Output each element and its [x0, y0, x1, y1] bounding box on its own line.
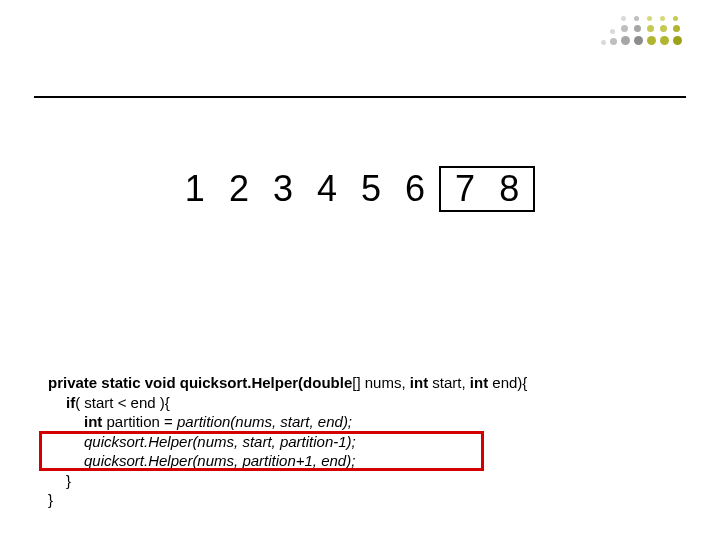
dot-icon — [660, 16, 665, 21]
code-line-partition-decl: int partition = partition(nums, start, e… — [48, 412, 527, 432]
dot-icon — [634, 36, 643, 45]
dot-icon — [621, 25, 628, 32]
dot-icon — [610, 29, 615, 34]
seq-num-8: 8 — [492, 168, 526, 210]
seq-num-1: 1 — [178, 168, 212, 210]
seq-num-2: 2 — [222, 168, 256, 210]
dot-icon — [660, 36, 669, 45]
dot-icon — [634, 16, 639, 21]
dot-icon — [621, 16, 626, 21]
code-line-close-fn: } — [48, 490, 527, 510]
dot-icon — [673, 36, 682, 45]
dot-icon — [621, 36, 630, 45]
dot-icon — [647, 36, 656, 45]
number-sequence: 1 2 3 4 5 67 8 — [0, 166, 720, 212]
decorative-dot-grid — [601, 16, 682, 45]
seq-num-5: 5 — [354, 168, 388, 210]
dot-icon — [647, 16, 652, 21]
dot-icon — [673, 16, 678, 21]
code-line-signature: private static void quicksort.Helper(dou… — [48, 373, 527, 393]
seq-num-7: 7 — [448, 168, 482, 210]
highlighted-range-box: 7 8 — [432, 166, 542, 212]
dot-icon — [610, 38, 617, 45]
dot-icon — [647, 25, 654, 32]
horizontal-rule — [34, 96, 686, 98]
seq-num-4: 4 — [310, 168, 344, 210]
dot-icon — [601, 40, 606, 45]
code-line-close-if: } — [48, 471, 527, 491]
dot-icon — [634, 25, 641, 32]
seq-num-3: 3 — [266, 168, 300, 210]
seq-num-6: 6 — [398, 168, 432, 210]
highlight-rectangle — [39, 431, 484, 471]
code-line-if: if( start < end ){ — [48, 393, 527, 413]
dot-icon — [673, 25, 680, 32]
dot-icon — [660, 25, 667, 32]
